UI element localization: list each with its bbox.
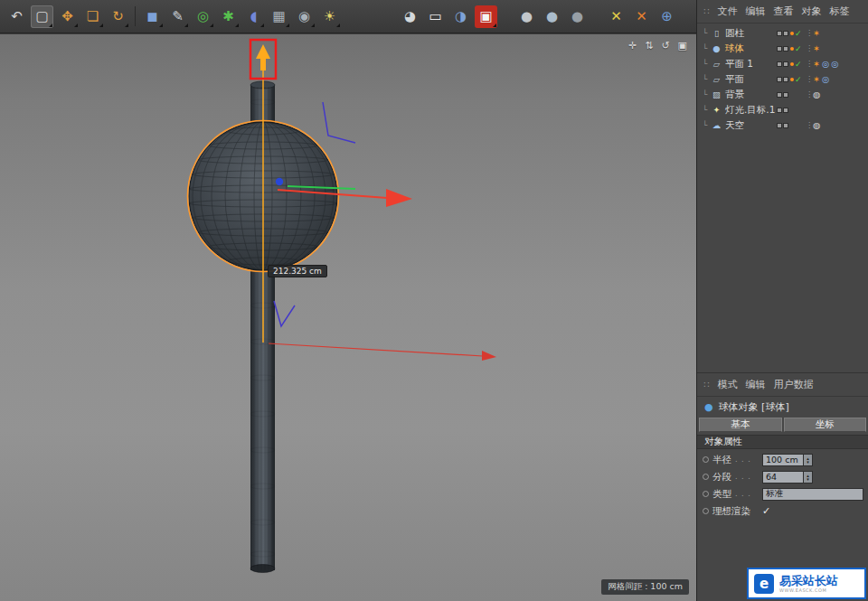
add-primitive-cube-icon[interactable]: ◼ [141, 5, 164, 28]
interactive-render-icon[interactable]: ◑ [449, 5, 472, 28]
visibility-toggles[interactable] [777, 108, 790, 113]
enable-toggle[interactable]: ✓ [790, 75, 806, 84]
om-menu-tags[interactable]: 标签 [829, 5, 849, 18]
texture-tag-icon[interactable]: ◍ [813, 120, 820, 130]
editor-visibility-dot[interactable] [777, 123, 782, 128]
coordinate-system-icon[interactable]: ⊕ [656, 5, 678, 28]
editor-visibility-dot[interactable] [777, 31, 782, 36]
rotate-tool-icon[interactable]: ↻ [107, 5, 129, 28]
tab-basic[interactable]: 基本 [699, 418, 782, 432]
render-view-icon[interactable]: ◕ [399, 5, 421, 28]
object-row-2[interactable]: └●球体✓⋮✶ [697, 41, 868, 56]
editor-visibility-dot[interactable] [777, 61, 782, 67]
object-label[interactable]: 球体 [725, 42, 744, 55]
am-menu-mode[interactable]: 模式 [717, 378, 737, 391]
render-visibility-dot[interactable] [783, 61, 788, 67]
render-visibility-dot[interactable] [783, 108, 788, 113]
environment-icon[interactable]: ▦ [268, 5, 290, 28]
modeling-icon[interactable]: ✱ [217, 5, 240, 28]
editor-visibility-dot[interactable] [777, 77, 782, 82]
keyframe-circle-icon[interactable] [703, 456, 709, 463]
generators-icon[interactable]: ◎ [192, 5, 214, 28]
am-menu-edit[interactable]: 编辑 [745, 378, 765, 391]
snap-xyz-icon[interactable]: ✕ [605, 5, 627, 28]
editor-visibility-dot[interactable] [777, 108, 782, 113]
spline-pen-icon[interactable]: ✎ [166, 5, 189, 28]
object-label[interactable]: 背景 [725, 89, 744, 101]
editor-visibility-dot[interactable] [777, 92, 782, 98]
zoom-view-icon[interactable]: ⇅ [645, 40, 653, 52]
enable-toggle[interactable]: ✓ [790, 29, 806, 38]
object-row-7[interactable]: └☁天空⋮◍ [697, 117, 868, 133]
field-spinner[interactable]: ▴▾ [804, 471, 813, 484]
rotate-view-icon[interactable]: ↺ [661, 40, 669, 52]
object-row-controls: ⋮◍ [777, 120, 868, 130]
field-value-input[interactable]: 100 cm [762, 454, 804, 466]
om-menu-objects[interactable]: 对象 [801, 5, 821, 18]
move-tool-icon[interactable]: ✥ [56, 5, 79, 28]
scale-tool-icon[interactable]: ❏ [81, 5, 104, 28]
pan-view-icon[interactable]: ✛ [628, 40, 637, 52]
object-label[interactable]: 灯光.目标.1 [725, 104, 775, 117]
wrench-tag-icon[interactable]: ✶ [813, 43, 820, 53]
visibility-toggles[interactable] [777, 46, 790, 52]
render-visibility-dot[interactable] [783, 123, 788, 128]
wrench-tag-icon[interactable]: ✶ [813, 28, 820, 38]
object-row-6[interactable]: └✦灯光.目标.1 [697, 102, 868, 117]
target-tag-icon[interactable]: ◎ [822, 59, 829, 69]
tab-coordinates[interactable]: 坐标 [784, 418, 867, 432]
am-menu-userdata[interactable]: 用户数据 [773, 378, 813, 391]
target-tag-icon[interactable]: ◎ [831, 59, 838, 69]
object-row-3[interactable]: └▱平面 1✓⋮✶◎◎ [697, 56, 868, 71]
wrench-tag-icon[interactable]: ✶ [813, 59, 820, 69]
visibility-toggles[interactable] [777, 77, 790, 82]
enable-toggle[interactable]: ✓ [790, 60, 806, 69]
object-row-5[interactable]: └▨背景⋮◍ [697, 87, 868, 102]
field-checkbox[interactable]: ✓ [762, 505, 770, 517]
visibility-toggles[interactable] [777, 31, 790, 36]
object-label[interactable]: 天空 [725, 119, 744, 132]
object-label[interactable]: 平面 1 [725, 58, 753, 70]
live-selection-icon[interactable]: ▢ [31, 5, 53, 28]
render-visibility-dot[interactable] [783, 46, 788, 52]
object-row-1[interactable]: └▯圆柱✓⋮✶ [697, 25, 868, 41]
render-visibility-dot[interactable] [783, 77, 788, 82]
camera-icon[interactable]: ◉ [293, 5, 316, 28]
keyframe-circle-icon[interactable] [703, 474, 709, 480]
field-spinner[interactable]: ▴▾ [804, 454, 813, 466]
viewport[interactable]: ✛⇅↺▣ 212.325 cm 网格间距 : 100 cm [0, 34, 696, 601]
object-label[interactable]: 平面 [725, 73, 744, 86]
spin-down-icon[interactable]: ▾ [807, 460, 809, 464]
om-menu-file[interactable]: 文件 [717, 5, 737, 18]
visibility-toggles[interactable] [777, 123, 790, 128]
undo-icon[interactable]: ↶ [5, 5, 28, 28]
render-visibility-dot[interactable] [783, 31, 788, 36]
maximize-view-icon[interactable]: ▣ [678, 40, 687, 52]
om-menu-view[interactable]: 查看 [773, 5, 793, 18]
spin-down-icon[interactable]: ▾ [807, 477, 809, 481]
material-sphere-1-icon[interactable]: ● [515, 5, 538, 28]
render-visibility-dot[interactable] [783, 92, 788, 98]
target-tag-icon[interactable]: ◎ [822, 74, 829, 84]
editor-visibility-dot[interactable] [777, 46, 782, 52]
field-value-input[interactable]: 64 [762, 471, 804, 484]
object-row-4[interactable]: └▱平面✓⋮✶◎ [697, 71, 868, 87]
render-region-icon[interactable]: ▭ [424, 5, 447, 28]
material-sphere-2-icon[interactable]: ● [541, 5, 563, 28]
visibility-toggles[interactable] [777, 61, 790, 67]
keyframe-circle-icon[interactable] [703, 508, 709, 514]
axis-lock-icon[interactable]: ✕ [630, 5, 653, 28]
material-sphere-3-icon[interactable]: ● [566, 5, 589, 28]
om-menu-edit[interactable]: 编辑 [745, 5, 765, 18]
field-select[interactable]: 标准 [762, 488, 863, 501]
scene-canvas[interactable] [0, 34, 696, 601]
object-label[interactable]: 圆柱 [725, 27, 744, 40]
keyframe-circle-icon[interactable] [703, 491, 709, 497]
texture-tag-icon[interactable]: ◍ [813, 89, 820, 99]
deformers-icon[interactable]: ◖ [242, 5, 265, 28]
lights-icon[interactable]: ☀ [318, 5, 341, 28]
visibility-toggles[interactable] [777, 92, 790, 98]
render-settings-icon[interactable]: ▣ [475, 5, 497, 28]
enable-toggle[interactable]: ✓ [790, 44, 806, 53]
wrench-tag-icon[interactable]: ✶ [813, 74, 820, 84]
